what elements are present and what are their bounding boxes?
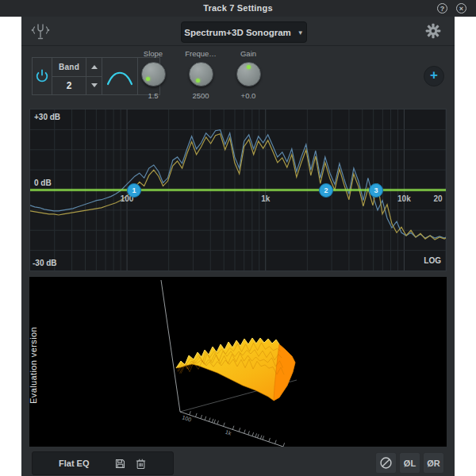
- knob-indicator: [146, 77, 150, 81]
- knob-value: 2500: [177, 91, 225, 100]
- sonogram-display[interactable]: 1001k10k Evaluation version: [29, 277, 447, 447]
- knob-indicator: [247, 65, 251, 69]
- trash-icon: [136, 458, 146, 470]
- knob-freque[interactable]: Freque… 2500: [177, 49, 225, 100]
- db-max-label: +30 dB: [34, 113, 60, 121]
- triangle-up-icon: [91, 65, 98, 69]
- view-mode-dropdown[interactable]: Spectrum+3D Sonogram ▼: [181, 21, 307, 43]
- view-mode-label: Spectrum+3D Sonogram: [184, 28, 291, 37]
- eq-graph: [30, 109, 446, 271]
- gear-icon[interactable]: [425, 23, 441, 39]
- phase-invert-icon: [379, 456, 393, 470]
- band-power-button[interactable]: [33, 58, 52, 94]
- band-selector[interactable]: Band 2: [52, 58, 86, 94]
- band-down-button[interactable]: [86, 76, 102, 95]
- scale-mode-label: LOG: [424, 256, 441, 265]
- evaluation-watermark: Evaluation version: [29, 327, 38, 404]
- band-number: 2: [52, 76, 86, 95]
- db-min-label: -30 dB: [33, 259, 57, 267]
- tuner-icon[interactable]: [30, 21, 51, 43]
- eq-display[interactable]: +30 dB 0 dB -30 dB LOG 1001k10k20 123: [29, 109, 447, 271]
- band-label: Band: [52, 58, 86, 76]
- band-handle-2[interactable]: 2: [319, 183, 333, 198]
- freq-tick-20: 20: [433, 194, 442, 203]
- knob-value: 1.5: [129, 91, 177, 100]
- save-preset-button[interactable]: [115, 459, 125, 469]
- freq-tick-10k: 10k: [397, 194, 411, 203]
- titlebar: Track 7 Settings ? ×: [0, 0, 476, 17]
- help-icon[interactable]: ?: [437, 3, 447, 13]
- add-band-button[interactable]: +: [424, 66, 444, 86]
- db-zero-label: 0 dB: [34, 178, 52, 187]
- sonogram-3d: 1001k10k: [29, 277, 447, 447]
- triangle-down-icon: [91, 83, 98, 87]
- knob-value: +0.0: [225, 91, 272, 100]
- chevron-down-icon: ▼: [298, 29, 304, 36]
- band-handle-3[interactable]: 3: [369, 183, 383, 198]
- knob-dial[interactable]: [189, 62, 213, 86]
- preset-name: Flat EQ: [59, 459, 90, 468]
- knob-slope[interactable]: Slope 1.5: [129, 49, 177, 100]
- knob-dial[interactable]: [141, 62, 166, 86]
- toolbar-separator: [21, 45, 455, 46]
- phase-invert-right-button[interactable]: ØR: [423, 452, 444, 474]
- knob-label: Slope: [129, 49, 177, 58]
- save-icon: [115, 459, 125, 469]
- knob-gain[interactable]: Gain +0.0: [225, 49, 272, 100]
- window-title: Track 7 Settings: [0, 0, 476, 17]
- preset-selector[interactable]: Flat EQ: [32, 451, 174, 475]
- power-icon: [35, 69, 49, 83]
- knob-label: Freque…: [177, 49, 225, 58]
- close-icon[interactable]: ×: [456, 3, 466, 13]
- phase-invert-all-button[interactable]: [375, 452, 397, 474]
- knob-label: Gain: [225, 49, 272, 58]
- band-handle-1[interactable]: 1: [127, 183, 141, 198]
- knob-indicator: [196, 79, 200, 83]
- band-stepper: [86, 58, 102, 94]
- knob-dial[interactable]: [236, 62, 261, 86]
- phase-invert-left-button[interactable]: ØL: [399, 452, 420, 474]
- spectrum-channel-1: [30, 130, 446, 238]
- sono-axis-label-1k: 1k: [225, 429, 232, 436]
- band-up-button[interactable]: [86, 58, 102, 76]
- knob-row: Slope 1.5Freque… 2500Gain +0.0: [129, 49, 272, 100]
- freq-tick-1k: 1k: [261, 194, 270, 203]
- delete-preset-button[interactable]: [136, 458, 146, 470]
